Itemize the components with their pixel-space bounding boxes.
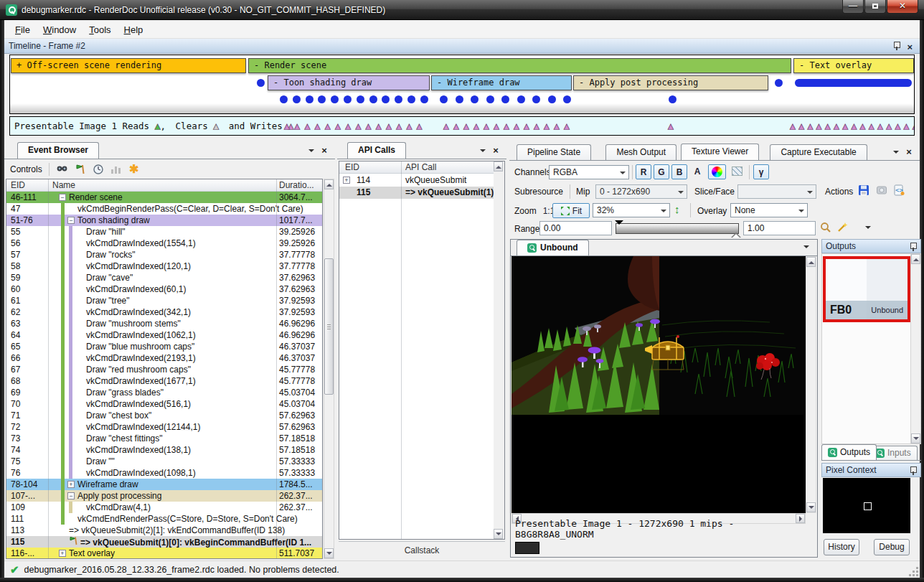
timeline-panel-header[interactable]: Timeline - Frame #2 × [4, 39, 920, 54]
save-icon[interactable] [857, 184, 870, 196]
channel-blue-button[interactable]: B [671, 164, 687, 179]
api-table-header[interactable]: EID API Call [339, 161, 504, 174]
channel-green-button[interactable]: G [654, 164, 669, 179]
event-row[interactable]: 51-76−Toon shading draw1017.7... [6, 215, 322, 226]
event-row[interactable]: 47vkCmdBeginRenderPass(C=Clear, D=Clear,… [6, 203, 322, 215]
event-row[interactable]: 56vkCmdDrawIndexed(1554,1)39.25926 [6, 238, 322, 249]
scroll-down-icon[interactable] [494, 529, 503, 539]
flip-y-icon[interactable]: ↕ [674, 203, 680, 215]
tab-capture-executable[interactable]: Capture Executable [770, 144, 867, 160]
timeline-marker[interactable]: - Wireframe draw [431, 75, 572, 90]
minimize-button[interactable]: — [842, 0, 864, 14]
api-call-row[interactable]: +114vkQueueSubmit [339, 174, 494, 187]
scroll-down-icon[interactable] [911, 433, 920, 443]
range-black-marker[interactable] [615, 220, 623, 229]
scroll-up-icon[interactable] [324, 179, 334, 189]
event-row[interactable]: 78-104+Wireframe draw1784.5... [6, 479, 322, 490]
event-row[interactable]: 107-...−Apply post processing262.37... [6, 490, 322, 502]
scroll-down-icon[interactable] [806, 502, 816, 512]
event-row[interactable]: 65Draw "blue mushroom caps"46.37037 [6, 341, 322, 352]
tab-texture-viewer[interactable]: Texture Viewer [681, 144, 759, 160]
maximize-button[interactable] [864, 0, 886, 14]
event-row[interactable]: 72vkCmdDrawIndexed(12144,1)57.62963 [6, 421, 322, 433]
event-row[interactable]: 55Draw "hill"39.25926 [6, 226, 322, 238]
history-button[interactable]: History [824, 539, 859, 555]
close-button[interactable]: ✕ [887, 0, 918, 14]
tab-pipeline-state[interactable]: Pipeline State [517, 144, 591, 160]
fb0-thumbnail[interactable]: FB0 Unbound [823, 256, 910, 322]
pin-icon[interactable] [893, 42, 900, 50]
scroll-up-icon[interactable] [494, 161, 503, 172]
range-spinner-icon[interactable] [865, 222, 874, 234]
outputs-scrollbar[interactable] [910, 253, 921, 444]
column-divider[interactable] [48, 179, 49, 558]
zoom-fit-button[interactable]: Fit [552, 203, 590, 218]
colorwheel-button[interactable] [708, 164, 726, 179]
event-row[interactable]: 74vkCmdDrawIndexed(138,1)57.18518 [6, 444, 322, 456]
find-event-icon[interactable] [56, 163, 69, 175]
range-max-input[interactable]: 1.00 [743, 221, 816, 235]
menu-window[interactable]: Window [37, 22, 82, 37]
timeline-marker[interactable]: - Render scene [248, 58, 791, 73]
event-row[interactable]: 116-...+Text overlay511.7037 [6, 548, 322, 558]
event-row[interactable]: 75Draw ""57.33333 [6, 456, 322, 467]
panel-dropdown-icon[interactable] [478, 146, 488, 156]
event-row[interactable]: 61Draw "tree"37.92593 [6, 295, 322, 306]
event-row[interactable]: 66vkCmdDrawIndexed(2193,1)46.37037 [6, 352, 322, 364]
title-bar[interactable]: debugmarker.rdc - RenderDoc Unofficial r… [0, 0, 924, 20]
event-row[interactable]: 60vkCmdDrawIndexed(60,1)37.62963 [6, 283, 322, 295]
collapse-icon[interactable]: − [59, 194, 66, 201]
tab-unbound-texture[interactable]: Unbound [517, 240, 589, 255]
outputs-header[interactable]: Outputs [821, 239, 921, 253]
api-call-row[interactable]: 115=> vkQueueSubmit(1)[... [339, 187, 494, 199]
pin-icon[interactable] [910, 466, 916, 475]
event-row[interactable]: 113=> vkQueueSubmit(2)[1]: vkEndCommandB… [6, 525, 322, 536]
tab-event-browser[interactable]: Event Browser [17, 142, 99, 159]
texture-viewport[interactable] [512, 256, 806, 513]
event-row[interactable]: 71Draw "chest box"57.62963 [6, 410, 322, 421]
slice-face-combo[interactable] [737, 184, 816, 199]
event-row[interactable]: 70vkCmdDrawIndexed(516,1)45.03704 [6, 398, 322, 410]
panel-close-icon[interactable]: × [904, 147, 914, 157]
event-row[interactable]: 58vkCmdDrawIndexed(120,1)37.77778 [6, 261, 322, 272]
event-row[interactable]: 64vkCmdDrawIndexed(1062,1)46.96296 [6, 329, 322, 341]
debug-button[interactable]: Debug [874, 539, 910, 555]
pixel-context-view[interactable] [823, 478, 910, 533]
overlay-combo[interactable]: None [730, 203, 808, 217]
mip-combo[interactable]: 0 - 1272x690 [595, 184, 687, 199]
menu-file[interactable]: File [9, 22, 37, 37]
tab-mesh-output[interactable]: Mesh Output [605, 144, 676, 160]
timeline-marker[interactable]: - Apply post processing [573, 75, 768, 90]
event-row[interactable]: 69Draw "grass blades"45.03704 [6, 387, 322, 398]
column-divider[interactable] [401, 161, 402, 539]
timeline-marker[interactable]: + Off-screen scene rendering [11, 58, 246, 73]
expand-icon[interactable]: + [59, 550, 66, 557]
event-table-header[interactable]: EID Name Duratio... [6, 179, 322, 192]
pixel-context-header[interactable]: Pixel Context [821, 463, 921, 477]
open-code-icon[interactable]: <> [892, 184, 905, 196]
scroll-up-icon[interactable] [911, 254, 920, 264]
event-browser-scrollbar[interactable] [324, 179, 334, 559]
range-min-input[interactable]: 0.00 [539, 221, 612, 235]
scroll-thumb[interactable] [324, 258, 334, 395]
channel-red-button[interactable]: R [636, 164, 651, 179]
event-row[interactable]: 67Draw "red mushroom caps"45.77778 [6, 364, 322, 375]
timeline-marker[interactable]: - Toon shading draw [268, 75, 430, 90]
checkerboard-button[interactable] [728, 164, 746, 179]
channel-alpha-button[interactable]: A [689, 164, 705, 179]
resize-grip[interactable] [910, 568, 918, 576]
channels-combo[interactable]: RGBA [549, 165, 629, 179]
api-calls-scrollbar[interactable] [494, 161, 504, 539]
timeline-marker[interactable]: - Text overlay [793, 58, 914, 73]
scroll-down-icon[interactable] [324, 548, 334, 558]
pin-icon[interactable] [910, 243, 916, 251]
range-slider[interactable] [616, 223, 739, 234]
texture-vscrollbar[interactable] [806, 256, 816, 513]
panel-dropdown-icon[interactable] [891, 147, 901, 157]
event-row[interactable]: 59Draw "cave"37.62963 [6, 272, 322, 283]
histogram-wand-icon[interactable] [836, 221, 849, 233]
event-row[interactable]: 109vkCmdDraw(4,1)262.37... [6, 502, 322, 513]
event-row[interactable]: 62vkCmdDrawIndexed(342,1)37.92593 [6, 306, 322, 318]
column-divider[interactable] [276, 179, 277, 558]
event-row[interactable]: 63Draw "mushroom stems"46.96296 [6, 318, 322, 329]
